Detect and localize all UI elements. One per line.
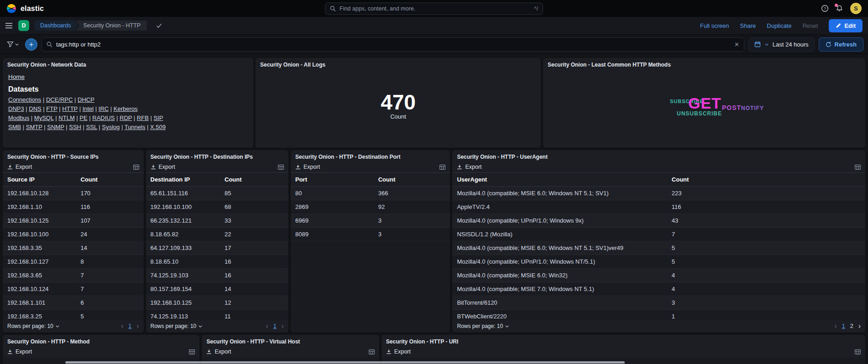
separator: | <box>94 105 99 112</box>
elastic-home-button[interactable]: elastic <box>6 4 44 14</box>
query-input[interactable]: tags:http or http2 ✕ <box>42 37 744 52</box>
dashboard-actions: Full screen Share Duplicate Reset Edit <box>700 19 863 32</box>
clear-query-icon[interactable]: ✕ <box>734 41 739 48</box>
pagination-next[interactable]: › <box>282 322 284 330</box>
table-cell: Mozilla/4.0 (compatible; UPnP/1.0; Windo… <box>452 214 667 227</box>
separator: | <box>115 114 120 121</box>
refresh-button[interactable]: Refresh <box>819 37 863 52</box>
rows-per-page-dropdown[interactable]: Rows per page: 10 <box>7 323 59 329</box>
notifications-bell-icon[interactable] <box>836 5 843 12</box>
table-row: 192.168.3.3514 <box>3 241 144 255</box>
search-shortcut-hint: ^/ <box>534 5 538 12</box>
dataset-link[interactable]: NTLM <box>58 114 74 121</box>
date-picker-button[interactable]: Last 24 hours <box>748 37 815 52</box>
table-row: 192.168.10.10024 <box>3 228 144 241</box>
dataset-link[interactable]: RDP <box>120 114 132 121</box>
table-rows: Mozilla/4.0 (compatible; MSIE 6.0; Windo… <box>452 187 865 320</box>
pagination-next[interactable]: › <box>136 322 139 330</box>
user-avatar[interactable]: S <box>850 3 862 14</box>
panel-title: Security Onion - HTTP - Virtual Host <box>202 335 379 346</box>
pagination-page[interactable]: 1 <box>842 323 845 329</box>
global-search-placeholder: Find apps, content, and more. <box>340 5 530 12</box>
pagination-prev[interactable]: ‹ <box>266 322 268 330</box>
table-cell: 366 <box>374 187 450 200</box>
dataset-link[interactable]: Intel <box>83 105 94 112</box>
dataset-link[interactable]: HTTP <box>62 105 78 112</box>
duplicate-button[interactable]: Duplicate <box>767 22 791 29</box>
dataset-link[interactable]: SSL <box>86 124 97 130</box>
table-footer: Rows per page: 10 ‹1› <box>3 320 144 333</box>
breadcrumb-dashboards[interactable]: Dashboards <box>35 21 78 31</box>
table-cell: 3 <box>374 228 450 241</box>
horizontal-scrollbar-thumb[interactable] <box>65 361 625 364</box>
data-table: Source IPCount 192.168.10.128170192.168.… <box>3 172 144 333</box>
export-button[interactable]: Export <box>151 164 175 170</box>
table-cell: 116 <box>76 200 143 213</box>
separator: | <box>29 114 34 121</box>
reset-button[interactable]: Reset <box>802 22 818 29</box>
table-cell: 43 <box>667 214 865 227</box>
dataset-link[interactable]: DNS <box>29 105 41 112</box>
dataset-link[interactable]: IRC <box>99 105 109 112</box>
dataset-link[interactable]: DHCP <box>78 96 94 103</box>
dataset-link[interactable]: DNP3 <box>8 105 24 112</box>
pagination-next[interactable]: › <box>858 322 861 330</box>
dataset-link[interactable]: MySQL <box>34 114 54 121</box>
export-button[interactable]: Export <box>457 164 481 170</box>
share-button[interactable]: Share <box>740 22 756 29</box>
tagcloud-word[interactable]: UNSUBSCRIBE <box>677 110 722 117</box>
dataset-link-line: Modbus | MySQL | NTLM | PE | RADIUS | RD… <box>8 114 248 123</box>
pagination-page[interactable]: 1 <box>273 323 277 329</box>
pagination-page[interactable]: 1 <box>128 323 131 329</box>
dataset-link[interactable]: Syslog <box>102 124 120 130</box>
rows-per-page-dropdown[interactable]: Rows per page: 10 <box>151 323 203 329</box>
home-link[interactable]: Home <box>8 73 25 80</box>
check-icon[interactable] <box>156 23 162 28</box>
dataset-link[interactable]: SMTP <box>26 124 42 130</box>
export-button[interactable]: Export <box>7 164 32 170</box>
filters-dropdown-button[interactable] <box>5 37 21 51</box>
global-search-input[interactable]: Find apps, content, and more. ^/ <box>325 2 543 15</box>
edit-button[interactable]: Edit <box>829 19 863 32</box>
table-cell: 192.168.3.35 <box>3 241 76 255</box>
pagination-page[interactable]: 2 <box>850 323 853 329</box>
calendar-icon <box>754 41 761 47</box>
add-filter-button[interactable]: + <box>25 38 37 51</box>
export-label: Export <box>303 164 320 170</box>
dataset-link[interactable]: X.509 <box>150 124 166 130</box>
dataset-link[interactable]: Modbus <box>8 114 29 121</box>
export-button[interactable]: Export <box>7 348 32 355</box>
tagcloud-word[interactable]: POST <box>722 104 741 111</box>
dataset-link[interactable]: FTP <box>46 105 57 112</box>
table-view-icon <box>133 165 139 170</box>
tagcloud-word[interactable]: NOTIFY <box>741 105 764 111</box>
dataset-link[interactable]: Tunnels <box>125 124 146 130</box>
dataset-link[interactable]: SIP <box>153 114 163 121</box>
panel-title: Security Onion - HTTP - Source IPs <box>3 150 144 161</box>
panel-title: Security Onion - HTTP - Method <box>3 335 199 346</box>
menu-hamburger-icon[interactable] <box>5 23 13 29</box>
table-row: 286992 <box>291 200 450 214</box>
export-button[interactable]: Export <box>295 164 320 170</box>
dataset-link[interactable]: Connections <box>8 96 41 103</box>
pagination-prev[interactable]: ‹ <box>834 322 837 330</box>
tagcloud-word[interactable]: GET <box>688 94 722 112</box>
dataset-link[interactable]: Kerberos <box>114 105 138 112</box>
dataset-link[interactable]: SSH <box>69 124 81 130</box>
help-icon[interactable]: ? <box>821 5 829 12</box>
dataset-link[interactable]: DCE/RPC <box>46 96 73 103</box>
export-button[interactable]: Export <box>206 348 231 355</box>
dataset-link[interactable]: RADIUS <box>92 114 115 121</box>
refresh-button-label: Refresh <box>835 41 857 48</box>
full-screen-button[interactable]: Full screen <box>700 22 729 29</box>
time-range-label[interactable]: Last 24 hours <box>773 41 809 48</box>
pagination-prev[interactable]: ‹ <box>121 322 123 330</box>
dataset-link[interactable]: RFB <box>137 114 149 121</box>
separator: | <box>21 124 26 130</box>
rows-per-page-dropdown[interactable]: Rows per page: 10 <box>457 323 509 329</box>
space-avatar[interactable]: D <box>18 20 29 31</box>
dataset-link[interactable]: PE <box>79 114 87 121</box>
dataset-link[interactable]: SMB <box>8 124 21 130</box>
export-button[interactable]: Export <box>386 348 411 355</box>
dataset-link[interactable]: SNMP <box>47 124 64 130</box>
